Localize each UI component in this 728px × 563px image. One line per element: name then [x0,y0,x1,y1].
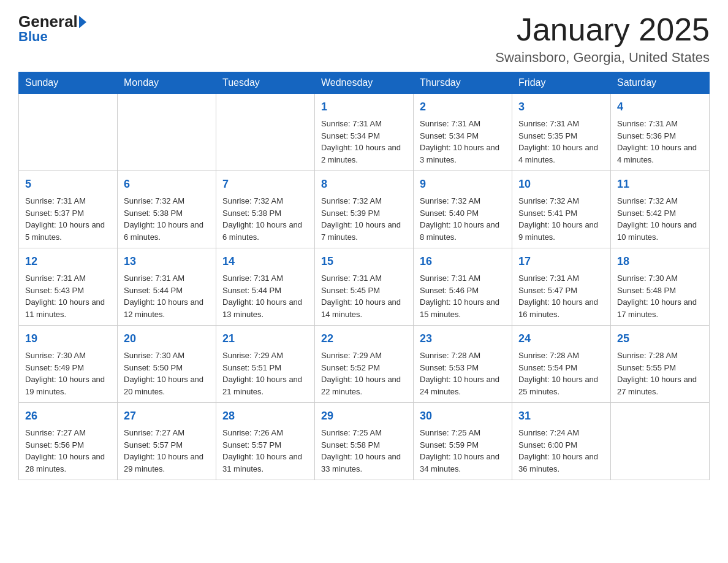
calendar-title: January 2025 [495,12,710,47]
day-info: Sunrise: 7:31 AM Sunset: 5:36 PM Dayligh… [617,118,703,166]
day-info: Sunrise: 7:31 AM Sunset: 5:45 PM Dayligh… [321,272,407,320]
calendar-cell-3-5: 24Sunrise: 7:28 AM Sunset: 5:54 PM Dayli… [512,326,611,403]
day-number: 22 [321,331,407,347]
calendar-cell-1-5: 10Sunrise: 7:32 AM Sunset: 5:41 PM Dayli… [512,171,611,248]
calendar-cell-0-2 [216,94,315,171]
day-number: 25 [617,331,703,347]
header-sunday: Sunday [19,72,118,94]
day-info: Sunrise: 7:31 AM Sunset: 5:34 PM Dayligh… [321,118,407,166]
header-thursday: Thursday [414,72,512,94]
day-number: 26 [25,408,111,424]
day-number: 21 [222,331,308,347]
week-row-2: 5Sunrise: 7:31 AM Sunset: 5:37 PM Daylig… [19,171,710,248]
day-number: 18 [617,253,703,270]
calendar-cell-0-3: 1Sunrise: 7:31 AM Sunset: 5:34 PM Daylig… [315,94,414,171]
day-number: 29 [321,408,407,424]
day-number: 13 [124,253,210,270]
day-info: Sunrise: 7:32 AM Sunset: 5:38 PM Dayligh… [124,195,210,243]
calendar-cell-2-2: 14Sunrise: 7:31 AM Sunset: 5:44 PM Dayli… [216,248,315,326]
title-section: January 2025 Swainsboro, Georgia, United… [495,12,710,66]
day-number: 30 [420,408,506,424]
calendar-subtitle: Swainsboro, Georgia, United States [495,50,710,66]
day-number: 28 [222,408,308,424]
calendar-cell-3-1: 20Sunrise: 7:30 AM Sunset: 5:50 PM Dayli… [118,326,216,403]
day-number: 24 [518,331,604,347]
day-number: 3 [518,99,604,115]
calendar-cell-1-3: 8Sunrise: 7:32 AM Sunset: 5:39 PM Daylig… [315,171,414,248]
calendar-cell-3-0: 19Sunrise: 7:30 AM Sunset: 5:49 PM Dayli… [19,326,118,403]
day-number: 15 [321,253,407,270]
day-number: 31 [518,408,604,424]
day-number: 5 [25,176,111,193]
day-number: 23 [420,331,506,347]
week-row-4: 19Sunrise: 7:30 AM Sunset: 5:49 PM Dayli… [19,326,710,403]
day-info: Sunrise: 7:31 AM Sunset: 5:47 PM Dayligh… [518,272,604,320]
calendar-cell-4-1: 27Sunrise: 7:27 AM Sunset: 5:57 PM Dayli… [118,403,216,480]
day-info: Sunrise: 7:28 AM Sunset: 5:55 PM Dayligh… [617,350,703,397]
calendar-cell-4-3: 29Sunrise: 7:25 AM Sunset: 5:58 PM Dayli… [315,403,414,480]
day-number: 7 [222,176,308,193]
day-info: Sunrise: 7:24 AM Sunset: 6:00 PM Dayligh… [518,427,604,475]
day-info: Sunrise: 7:30 AM Sunset: 5:50 PM Dayligh… [124,350,210,397]
logo-blue: Blue [18,29,48,45]
day-info: Sunrise: 7:32 AM Sunset: 5:39 PM Dayligh… [321,195,407,243]
day-info: Sunrise: 7:31 AM Sunset: 5:46 PM Dayligh… [420,272,506,320]
day-info: Sunrise: 7:31 AM Sunset: 5:37 PM Dayligh… [25,195,111,243]
header-friday: Friday [512,72,611,94]
calendar-cell-0-4: 2Sunrise: 7:31 AM Sunset: 5:34 PM Daylig… [414,94,512,171]
calendar-cell-2-3: 15Sunrise: 7:31 AM Sunset: 5:45 PM Dayli… [315,248,414,326]
calendar-cell-3-4: 23Sunrise: 7:28 AM Sunset: 5:53 PM Dayli… [414,326,512,403]
calendar-cell-3-3: 22Sunrise: 7:29 AM Sunset: 5:52 PM Dayli… [315,326,414,403]
day-info: Sunrise: 7:29 AM Sunset: 5:52 PM Dayligh… [321,350,407,397]
day-info: Sunrise: 7:26 AM Sunset: 5:57 PM Dayligh… [222,427,308,475]
day-info: Sunrise: 7:30 AM Sunset: 5:49 PM Dayligh… [25,350,111,397]
logo-arrow-icon [79,16,86,28]
day-number: 6 [124,176,210,193]
day-number: 2 [420,99,506,115]
day-info: Sunrise: 7:30 AM Sunset: 5:48 PM Dayligh… [617,272,703,320]
day-number: 16 [420,253,506,270]
day-info: Sunrise: 7:28 AM Sunset: 5:53 PM Dayligh… [420,350,506,397]
calendar-cell-3-2: 21Sunrise: 7:29 AM Sunset: 5:51 PM Dayli… [216,326,315,403]
calendar-cell-1-4: 9Sunrise: 7:32 AM Sunset: 5:40 PM Daylig… [414,171,512,248]
calendar-table: SundayMondayTuesdayWednesdayThursdayFrid… [18,72,710,480]
day-info: Sunrise: 7:25 AM Sunset: 5:59 PM Dayligh… [420,427,506,475]
week-row-1: 1Sunrise: 7:31 AM Sunset: 5:34 PM Daylig… [19,94,710,171]
calendar-cell-0-5: 3Sunrise: 7:31 AM Sunset: 5:35 PM Daylig… [512,94,611,171]
week-row-3: 12Sunrise: 7:31 AM Sunset: 5:43 PM Dayli… [19,248,710,326]
day-info: Sunrise: 7:32 AM Sunset: 5:38 PM Dayligh… [222,195,308,243]
day-number: 8 [321,176,407,193]
day-info: Sunrise: 7:31 AM Sunset: 5:35 PM Dayligh… [518,118,604,166]
calendar-cell-4-6 [611,403,710,480]
day-info: Sunrise: 7:31 AM Sunset: 5:44 PM Dayligh… [124,272,210,320]
day-number: 12 [25,253,111,270]
day-info: Sunrise: 7:31 AM Sunset: 5:43 PM Dayligh… [25,272,111,320]
day-info: Sunrise: 7:29 AM Sunset: 5:51 PM Dayligh… [222,350,308,397]
header-wednesday: Wednesday [315,72,414,94]
day-number: 17 [518,253,604,270]
calendar-cell-3-6: 25Sunrise: 7:28 AM Sunset: 5:55 PM Dayli… [611,326,710,403]
page-header: General Blue January 2025 Swainsboro, Ge… [18,12,710,66]
calendar-cell-0-1 [118,94,216,171]
calendar-cell-4-4: 30Sunrise: 7:25 AM Sunset: 5:59 PM Dayli… [414,403,512,480]
week-row-5: 26Sunrise: 7:27 AM Sunset: 5:56 PM Dayli… [19,403,710,480]
day-number: 10 [518,176,604,193]
day-number: 20 [124,331,210,347]
day-number: 19 [25,331,111,347]
day-number: 4 [617,99,703,115]
day-info: Sunrise: 7:32 AM Sunset: 5:42 PM Dayligh… [617,195,703,243]
calendar-header-row: SundayMondayTuesdayWednesdayThursdayFrid… [19,72,710,94]
calendar-cell-0-0 [19,94,118,171]
day-number: 1 [321,99,407,115]
day-number: 11 [617,176,703,193]
day-info: Sunrise: 7:32 AM Sunset: 5:41 PM Dayligh… [518,195,604,243]
header-saturday: Saturday [611,72,710,94]
calendar-cell-0-6: 4Sunrise: 7:31 AM Sunset: 5:36 PM Daylig… [611,94,710,171]
header-tuesday: Tuesday [216,72,315,94]
calendar-cell-2-1: 13Sunrise: 7:31 AM Sunset: 5:44 PM Dayli… [118,248,216,326]
calendar-cell-1-1: 6Sunrise: 7:32 AM Sunset: 5:38 PM Daylig… [118,171,216,248]
day-number: 9 [420,176,506,193]
calendar-cell-2-6: 18Sunrise: 7:30 AM Sunset: 5:48 PM Dayli… [611,248,710,326]
calendar-cell-1-0: 5Sunrise: 7:31 AM Sunset: 5:37 PM Daylig… [19,171,118,248]
calendar-cell-1-6: 11Sunrise: 7:32 AM Sunset: 5:42 PM Dayli… [611,171,710,248]
